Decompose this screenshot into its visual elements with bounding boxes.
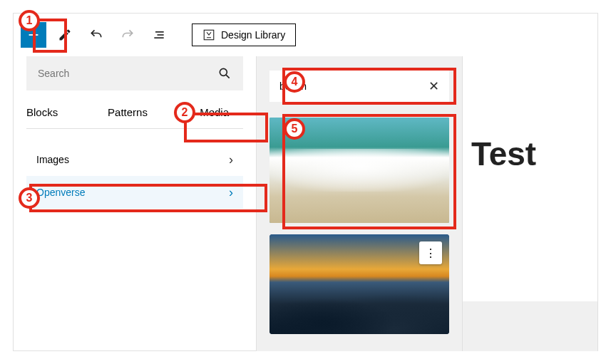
chevron-right-icon: › bbox=[229, 152, 233, 167]
design-library-label: Design Library bbox=[221, 29, 285, 41]
redo-icon[interactable] bbox=[115, 22, 140, 48]
tab-blocks[interactable]: Blocks bbox=[26, 106, 94, 128]
clear-search-icon[interactable]: ✕ bbox=[428, 78, 439, 94]
design-library-button[interactable]: Design Library bbox=[192, 24, 296, 46]
tab-patterns[interactable]: Patterns bbox=[94, 106, 162, 128]
media-categories: Images › Openverse › bbox=[26, 143, 243, 209]
list-view-icon[interactable] bbox=[146, 22, 172, 48]
callout-4: 4 bbox=[284, 71, 305, 93]
callout-1: 1 bbox=[19, 10, 40, 31]
category-label: Images bbox=[36, 154, 69, 165]
search-icon bbox=[217, 66, 232, 80]
callout-2: 2 bbox=[174, 102, 195, 123]
search-input[interactable] bbox=[38, 68, 217, 79]
callout-3: 3 bbox=[19, 187, 40, 209]
inserter-panel: Blocks Patterns Media Images › Openverse… bbox=[14, 56, 256, 351]
editor-toolbar: Design Library bbox=[14, 14, 597, 56]
footer-block[interactable] bbox=[463, 301, 597, 351]
edit-icon[interactable] bbox=[52, 22, 78, 48]
chevron-right-icon: › bbox=[229, 185, 233, 200]
svg-point-6 bbox=[220, 68, 227, 76]
media-options-button[interactable]: ⋮ bbox=[419, 241, 442, 264]
category-openverse[interactable]: Openverse › bbox=[26, 176, 243, 209]
inserter-search[interactable] bbox=[26, 56, 243, 90]
undo-icon[interactable] bbox=[83, 22, 109, 48]
category-images[interactable]: Images › bbox=[26, 143, 243, 176]
editor-canvas[interactable]: Test bbox=[463, 56, 597, 351]
media-result-2[interactable]: ⋮ bbox=[269, 234, 449, 334]
media-results-panel: ✕ ⋮ bbox=[256, 56, 463, 351]
callout-5: 5 bbox=[284, 118, 305, 140]
inserter-tabs: Blocks Patterns Media bbox=[26, 106, 243, 129]
svg-line-7 bbox=[226, 75, 230, 78]
page-title[interactable]: Test bbox=[471, 135, 597, 173]
category-label: Openverse bbox=[36, 187, 85, 198]
